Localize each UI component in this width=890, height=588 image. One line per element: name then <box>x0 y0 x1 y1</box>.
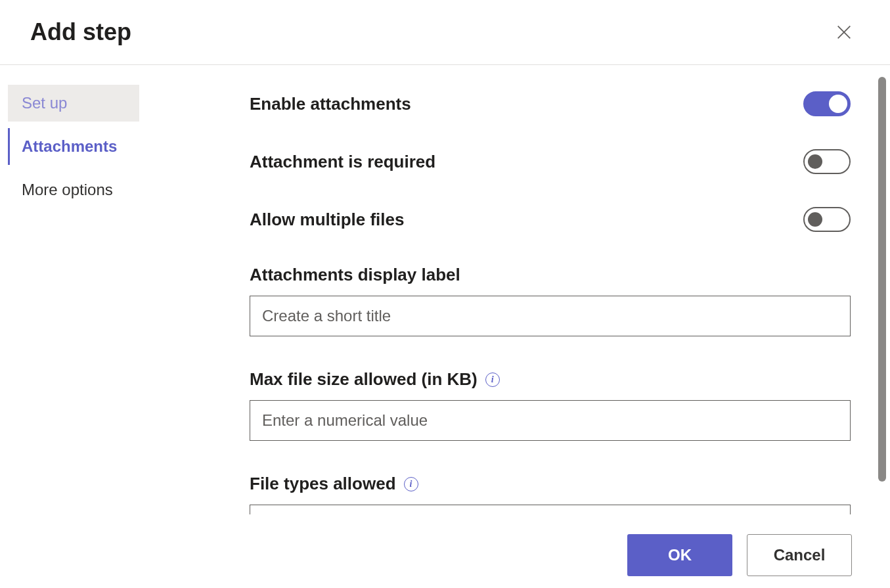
enable-attachments-label: Enable attachments <box>250 94 411 114</box>
info-icon[interactable]: i <box>404 477 418 491</box>
display-label-label: Attachments display label <box>250 265 851 285</box>
allow-multiple-toggle[interactable] <box>803 207 851 232</box>
close-icon <box>835 23 853 41</box>
sidebar-item-more-options[interactable]: More options <box>8 171 139 208</box>
max-file-size-label: Max file size allowed (in KB) i <box>250 369 851 390</box>
sidebar: Set up Attachments More options <box>0 65 184 514</box>
close-button[interactable] <box>831 19 857 45</box>
dialog-footer: OK Cancel <box>0 522 890 588</box>
attachment-required-label: Attachment is required <box>250 152 435 172</box>
attachment-required-toggle[interactable] <box>803 149 851 174</box>
dialog-header: Add step <box>0 0 890 65</box>
ok-button[interactable]: OK <box>627 534 732 576</box>
file-types-select[interactable]: All file types <box>250 505 851 514</box>
allow-multiple-label: Allow multiple files <box>250 210 404 230</box>
toggle-knob <box>808 212 822 227</box>
info-icon[interactable]: i <box>485 373 500 387</box>
scrollbar[interactable] <box>878 77 886 482</box>
toggle-knob <box>829 95 847 113</box>
form-content: Enable attachments Attachment is require… <box>184 65 890 514</box>
toggle-knob <box>808 154 822 169</box>
file-types-label-text: File types allowed <box>250 474 396 494</box>
cancel-button[interactable]: Cancel <box>747 534 852 576</box>
enable-attachments-toggle[interactable] <box>803 91 851 116</box>
max-file-size-input[interactable] <box>250 400 851 441</box>
sidebar-item-attachments[interactable]: Attachments <box>8 128 139 165</box>
sidebar-item-setup[interactable]: Set up <box>8 85 139 122</box>
display-label-input[interactable] <box>250 296 851 336</box>
max-file-size-label-text: Max file size allowed (in KB) <box>250 369 478 390</box>
dialog-title: Add step <box>30 18 131 46</box>
file-types-label: File types allowed i <box>250 474 851 494</box>
